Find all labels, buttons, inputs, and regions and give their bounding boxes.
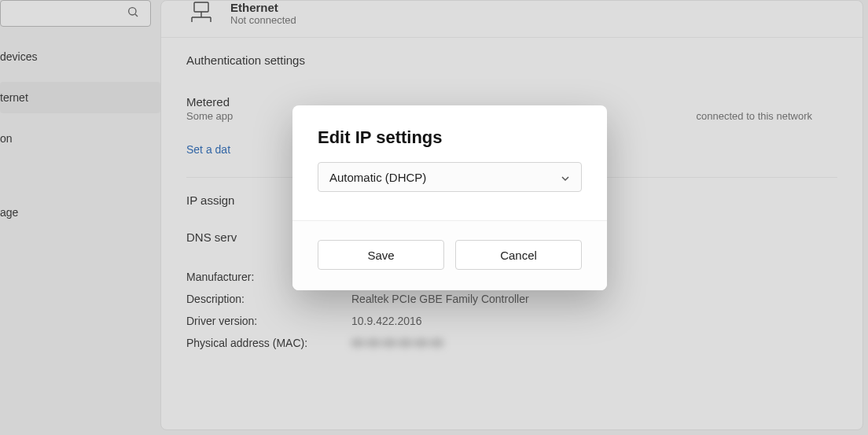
modal-title: Edit IP settings: [318, 127, 582, 148]
chevron-down-icon: [561, 172, 570, 182]
cancel-button[interactable]: Cancel: [455, 240, 582, 270]
edit-ip-modal: Edit IP settings Automatic (DHCP) Save C…: [292, 105, 607, 290]
ip-mode-select[interactable]: Automatic (DHCP): [318, 162, 582, 192]
modal-footer: Save Cancel: [292, 220, 607, 290]
select-value: Automatic (DHCP): [329, 171, 426, 184]
button-label: Cancel: [500, 249, 537, 262]
button-label: Save: [367, 249, 394, 262]
save-button[interactable]: Save: [318, 240, 444, 270]
modal-body: Edit IP settings Automatic (DHCP): [292, 105, 607, 220]
